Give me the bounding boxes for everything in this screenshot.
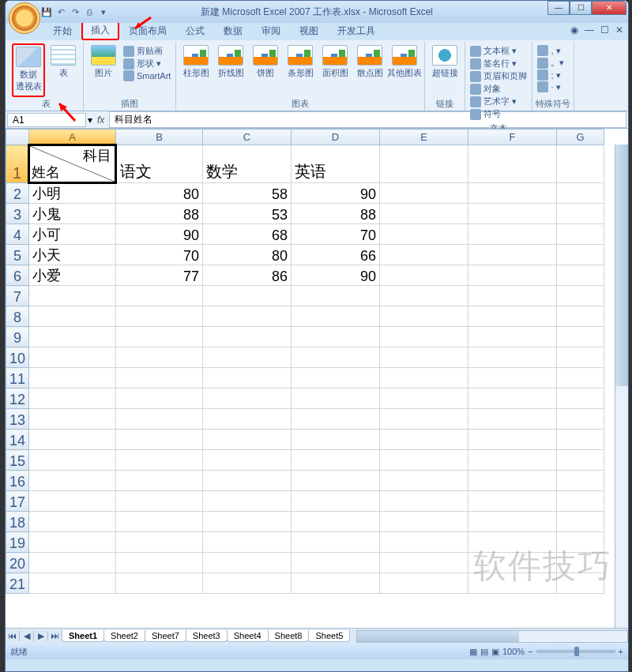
row-header-16[interactable]: 16 xyxy=(6,471,29,491)
cell[interactable] xyxy=(468,265,557,286)
cell[interactable] xyxy=(468,532,557,553)
cell[interactable]: 77 xyxy=(116,265,203,286)
cell[interactable] xyxy=(557,368,604,389)
cell[interactable] xyxy=(557,573,604,594)
cell[interactable] xyxy=(468,512,557,532)
help-icon[interactable]: ◉ xyxy=(570,24,578,36)
cell[interactable] xyxy=(116,512,203,532)
ribbon-small-btn[interactable]: 文本框 ▾ xyxy=(470,45,527,57)
cell[interactable] xyxy=(380,204,468,224)
maximize-button[interactable]: ☐ xyxy=(570,1,592,15)
cell[interactable] xyxy=(380,471,468,491)
cell[interactable]: 90 xyxy=(292,183,380,204)
cell[interactable] xyxy=(557,306,604,327)
cell[interactable]: 70 xyxy=(116,245,203,265)
row-header-18[interactable]: 18 xyxy=(6,512,29,532)
cell[interactable] xyxy=(292,306,380,327)
zoom-out-icon[interactable]: − xyxy=(528,647,532,656)
col-header-C[interactable]: C xyxy=(203,130,292,145)
cell[interactable] xyxy=(468,553,557,573)
cell[interactable] xyxy=(468,224,557,245)
cell[interactable] xyxy=(292,368,380,389)
cell[interactable] xyxy=(557,347,604,368)
row-header-14[interactable]: 14 xyxy=(6,430,29,450)
cell[interactable] xyxy=(468,368,557,389)
cell[interactable] xyxy=(380,430,468,450)
cell[interactable]: 68 xyxy=(203,224,292,245)
row-header-21[interactable]: 21 xyxy=(6,573,29,594)
cell[interactable] xyxy=(29,573,116,594)
cell[interactable] xyxy=(203,450,292,471)
col-header-D[interactable]: D xyxy=(292,130,380,145)
office-button[interactable] xyxy=(9,2,40,34)
cell[interactable] xyxy=(29,491,116,512)
cell[interactable] xyxy=(380,450,468,471)
cell[interactable] xyxy=(557,224,604,245)
ribbon-small-btn[interactable]: 形状 ▾ xyxy=(123,58,171,69)
cell[interactable] xyxy=(468,286,557,306)
cell[interactable]: 66 xyxy=(292,245,380,265)
cell[interactable] xyxy=(116,471,203,491)
cell[interactable] xyxy=(29,471,116,491)
cell[interactable] xyxy=(292,450,380,471)
qat-redo-icon[interactable]: ↷ xyxy=(69,6,81,18)
vertical-scrollbar[interactable] xyxy=(615,145,628,628)
cell[interactable]: 小可 xyxy=(29,224,116,245)
ribbon-tab-1[interactable]: 插入 xyxy=(81,21,119,40)
formula-input[interactable]: 科目姓名 xyxy=(109,111,626,128)
ribbon-small-btn[interactable]: 签名行 ▾ xyxy=(470,58,527,69)
sheet-nav-prev-icon[interactable]: ◀ xyxy=(20,631,34,641)
cell[interactable] xyxy=(557,286,604,306)
qat-new-icon[interactable]: ▾ xyxy=(97,6,110,18)
row-header-4[interactable]: 4 xyxy=(6,224,29,245)
row-header-19[interactable]: 19 xyxy=(6,532,29,553)
cell[interactable] xyxy=(380,532,468,553)
cell[interactable] xyxy=(557,512,604,532)
cell[interactable]: 小明 xyxy=(29,183,116,204)
cell[interactable] xyxy=(380,368,468,389)
cell[interactable] xyxy=(557,532,604,553)
col-header-A[interactable]: A xyxy=(29,130,116,145)
cell[interactable] xyxy=(203,512,292,532)
cell[interactable] xyxy=(380,183,468,204)
cell[interactable]: 88 xyxy=(116,204,203,224)
cell[interactable] xyxy=(557,471,604,491)
row-header-10[interactable]: 10 xyxy=(6,347,29,368)
cell[interactable] xyxy=(468,327,557,347)
cell[interactable]: 90 xyxy=(116,224,203,245)
col-header-F[interactable]: F xyxy=(468,130,557,145)
row-header-11[interactable]: 11 xyxy=(6,368,29,389)
ribbon-small-btn[interactable]: · ▾ xyxy=(537,81,564,92)
cell[interactable]: 53 xyxy=(203,204,292,224)
cell[interactable]: 70 xyxy=(292,224,380,245)
row-header-5[interactable]: 5 xyxy=(6,245,29,265)
cell[interactable] xyxy=(29,286,116,306)
cell[interactable] xyxy=(203,347,292,368)
cell[interactable] xyxy=(557,491,604,512)
row-header-3[interactable]: 3 xyxy=(6,204,29,224)
cell[interactable] xyxy=(468,430,557,450)
ribbon-small-btn[interactable]: SmartArt xyxy=(123,70,171,81)
cell[interactable]: 58 xyxy=(203,183,292,204)
cell[interactable] xyxy=(203,532,292,553)
cell[interactable] xyxy=(203,491,292,512)
cell[interactable]: 语文 xyxy=(116,145,203,183)
cell[interactable] xyxy=(29,368,116,389)
cell[interactable] xyxy=(292,347,380,368)
cell[interactable] xyxy=(380,306,468,327)
ribbon-small-btn[interactable]: 页眉和页脚 xyxy=(470,70,527,82)
ribbon-tab-4[interactable]: 数据 xyxy=(214,23,252,40)
cell[interactable] xyxy=(557,430,604,450)
sheet-nav-first-icon[interactable]: ⏮ xyxy=(6,631,20,641)
ribbon-btn-散点图[interactable]: 散点图 xyxy=(353,43,386,97)
ribbon-small-btn[interactable]: 艺术字 ▾ xyxy=(470,96,527,107)
cell[interactable] xyxy=(203,286,292,306)
cell[interactable] xyxy=(29,306,116,327)
cell[interactable] xyxy=(292,430,380,450)
row-header-6[interactable]: 6 xyxy=(6,265,29,286)
cell[interactable] xyxy=(292,491,380,512)
sheet-nav-last-icon[interactable]: ⏭ xyxy=(48,631,62,641)
zoom-slider[interactable] xyxy=(536,650,615,653)
cell[interactable] xyxy=(29,327,116,347)
cell[interactable] xyxy=(557,183,604,204)
